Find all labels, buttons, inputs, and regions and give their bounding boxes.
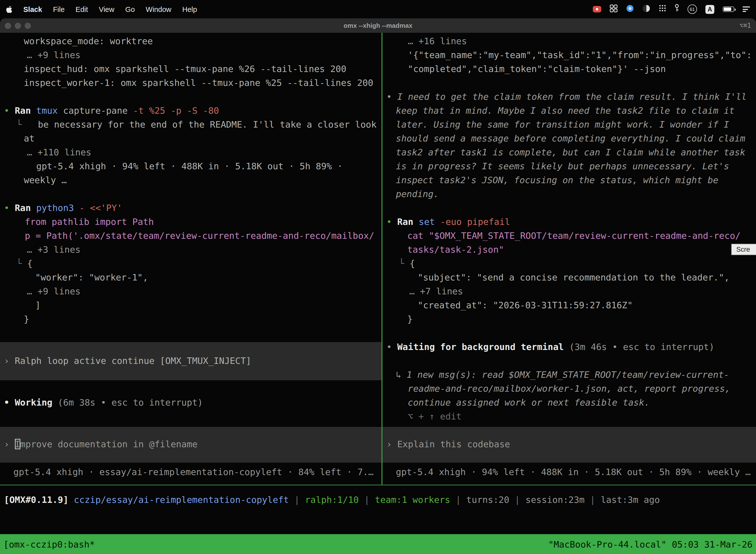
input-source-icon[interactable]: A [705,5,714,14]
grid-icon[interactable] [610,4,618,14]
text-segment: Ran [15,105,36,116]
control-center-icon[interactable] [743,5,750,13]
text-segment: • [386,216,397,227]
text-segment: Explain this codebase [397,439,510,449]
text-segment: gpt-5.4 xhigh · 94% left · 488K in · 5.1… [396,466,751,477]
text-segment: '{"team_name":"my-team","task_id":"1","f… [408,50,752,60]
app-icon-round[interactable] [642,4,650,14]
battery-icon[interactable] [723,6,734,12]
terminal-line: … +9 lines [0,48,381,62]
text-segment: › [4,439,15,449]
terminal-line [0,90,381,104]
menu-item-window[interactable]: Window [146,5,171,13]
text-segment: ↳ [396,369,406,380]
terminal-line: └ { [382,257,756,271]
screen-recording-indicator-icon[interactable] [593,6,601,12]
minimize-button[interactable] [15,22,21,29]
text-segment: cat "$OMX_TEAM_STATE_ROOT/team/review-cu… [407,230,741,241]
terminal-line: └ be necessary for the end of the README… [0,118,381,131]
tmux-pane-left[interactable]: workspace_mode: worktree… +9 linesinspec… [0,33,381,485]
menu-item-edit[interactable]: Edit [76,5,88,13]
composer-input-band[interactable]: › Improve documentation in @filename [0,427,381,463]
terminal-line: "worker": "worker-1", [0,271,381,284]
menu-item-view[interactable]: View [99,5,114,13]
dots-grid-icon[interactable] [659,4,666,14]
apple-menu-icon[interactable] [6,5,12,13]
text-segment: › [386,439,397,449]
terminal-line: … +110 lines [0,146,381,159]
terminal-line: gpt-5.4 xhigh · 94% left · 488K in · 5.1… [0,159,381,173]
text-segment: "completed","claim_token":"claim-token"}… [408,63,666,74]
terminal-content: workspace_mode: worktree… +9 linesinspec… [0,33,756,554]
terminal-line: "created_at": "2026-03-31T11:59:27.816Z" [382,298,756,312]
text-segment: | [359,494,375,505]
badge-61-icon[interactable]: 61 [688,4,697,14]
pane-bottom-border [0,485,756,486]
terminal-line: at [0,131,381,146]
terminal-line: p = Path('.omx/state/team/review-current… [0,229,381,243]
terminal-line: should send a message before completing … [382,131,756,146]
text-segment: } [407,314,413,324]
text-segment: be necessary for the end of the README. … [38,119,377,129]
menu-bar: Slack File Edit View Go Window Help [0,0,756,18]
text-segment: - <<'PY' [79,203,122,213]
text-segment: { [27,258,33,269]
terminal-window: omx --xhigh --madmax ⌥⌘1 workspace_mode:… [0,18,756,554]
terminal-line: … +3 lines [0,243,381,257]
text-cursor: I [15,439,20,449]
terminal-line: continue assigned work or next feasible … [382,396,756,409]
terminal-line: } [0,312,381,326]
text-segment: inspect task2's JSON, focusing on the st… [396,175,718,185]
window-title: omx --xhigh --madmax [0,22,756,29]
terminal-line: • Waiting for background terminal (3m 46… [382,340,756,354]
text-segment: python3 [36,203,79,213]
tmux-pane-right[interactable]: … +16 lines'{"team_name":"my-team","task… [382,33,756,485]
text-segment: … +7 lines [409,286,463,296]
composer-input-band[interactable]: › Explain this codebase [382,427,756,463]
menu-item-file[interactable]: File [53,5,65,13]
terminal-line: } [382,312,756,326]
text-segment: "subject": "send a concise recommendatio… [418,272,730,282]
text-segment: … +3 lines [27,244,81,255]
text-segment: session:23m [525,494,584,505]
text-segment: task2 after task1 is complete, but can I… [396,147,745,157]
menu-item-help[interactable]: Help [182,5,197,13]
text-segment: keep that in mind. Maybe I also need the… [396,105,735,116]
terminal-line: … +16 lines [382,34,756,48]
menu-status-icons: 61 A [593,4,750,14]
close-button[interactable] [5,22,11,29]
text-segment: (6m 38s • esc to interrupt) [58,397,203,407]
menu-item-go[interactable]: Go [125,5,135,13]
terminal-line: gpt-5.4 xhigh · essay/ai-reimplementatio… [0,465,381,479]
text-segment: • [386,341,397,352]
terminal-line: later. Using the same for transition mig… [382,118,756,131]
tmux-host-clock: "MacBook-Pro-44.local" 05:03 31-Mar-26 [548,539,753,549]
text-segment: gpt-5.4 xhigh · 94% left · 488K in · 5.1… [36,161,342,171]
text-segment: "created_at": "2026-03-31T11:59:27.816Z" [418,300,633,310]
text-segment: turns:20 [466,494,509,505]
text-segment: └ [399,258,410,269]
text-segment: | [585,494,601,505]
text-segment: Waiting for background terminal [397,341,569,352]
terminal-line: pending. [382,187,756,201]
terminal-line: … +9 lines [0,284,381,298]
text-segment: ] [35,300,41,310]
text-segment: | [450,494,466,505]
zoom-button[interactable] [25,22,31,29]
menu-app-name[interactable]: Slack [23,5,42,13]
app-icon-blue[interactable] [626,4,634,14]
text-segment: … +110 lines [27,147,91,157]
terminal-line [382,201,756,215]
composer-input-band[interactable]: › Ralph loop active continue [OMX_TMUX_I… [0,342,381,380]
window-titlebar[interactable]: omx --xhigh --madmax ⌥⌘1 [0,18,756,33]
tmux-session-label: [omx-cczip0:bash* [3,539,95,549]
terminal-line [382,354,756,368]
terminal-line: is in progress? It seems likely but perh… [382,159,756,173]
text-segment: cczip/essay/ai-reimplementation-copyleft [74,494,289,505]
terminal-line: inspect_hud: omx sparkshell --tmux-pane … [0,62,381,76]
key-icon[interactable] [675,4,679,14]
text-segment: • [4,203,15,213]
text-segment: | [289,494,305,505]
tooltip: Scre [731,244,756,255]
text-segment: "worker": "worker-1", [35,272,148,282]
